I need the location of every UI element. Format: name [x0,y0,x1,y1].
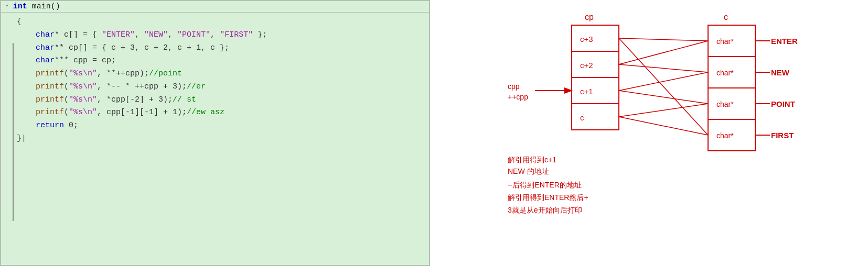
svg-text:c+3: c+3 [580,35,593,43]
code-line-brace-close: }| [17,132,424,146]
svg-line-33 [619,117,708,135]
svg-text:3就是从e开始向后打印: 3就是从e开始向后打印 [508,206,582,214]
code-line-2: char** cp[] = { c + 3, c + 2, c + 1, c }… [17,42,424,55]
code-line-6: printf("%s\n", *cpp[-2] + 3);// st [17,94,424,107]
svg-rect-6 [572,104,619,130]
diagram-panel: cp c+3 c+2 c+1 c c char* char* char* cha… [430,0,868,266]
svg-text:--后得到ENTER的地址: --后得到ENTER的地址 [508,181,582,189]
code-line-5: printf("%s\n", *-- * ++cpp + 3);//er [17,81,424,94]
svg-text:c: c [580,113,584,122]
svg-text:NEW: NEW [771,68,790,77]
c-label: c [724,13,728,21]
svg-text:c+2: c+2 [580,61,593,70]
svg-text:char*: char* [716,37,734,46]
svg-rect-2 [572,51,619,77]
svg-text:char*: char* [716,69,734,77]
code-line-4: printf("%s\n", **++cpp);//point [17,68,424,81]
svg-line-31 [619,91,708,104]
svg-text:char*: char* [716,100,734,108]
code-line-1: char* c[] = { "ENTER", "NEW", "POINT", "… [17,29,424,42]
svg-text:POINT: POINT [771,99,795,108]
svg-text:解引用得到ENTER然后+: 解引用得到ENTER然后+ [508,193,588,202]
diagram-svg: cp c+3 c+2 c+1 c c char* char* char* cha… [430,0,868,266]
svg-text:cpp: cpp [508,82,520,91]
function-signature: main() [27,2,60,11]
svg-rect-4 [572,77,619,104]
keyword-int: int [13,2,27,11]
code-header: ⁃ int main() [1,1,429,13]
svg-rect-0 [572,25,619,51]
code-body: { char* c[] = { "ENTER", "NEW", "POINT",… [1,13,429,149]
code-panel: ⁃ int main() { char* c[] = { "ENTER", "N… [0,0,430,266]
code-line-brace-open: { [17,16,424,29]
cp-label: cp [585,13,594,21]
svg-text:++cpp: ++cpp [508,93,528,101]
code-line-7: printf("%s\n", cpp[-1][-1] + 1);//ew asz [17,106,424,119]
svg-text:NEW 的地址: NEW 的地址 [508,167,549,175]
svg-text:char*: char* [716,131,734,140]
svg-line-27 [619,38,708,41]
svg-line-32 [619,72,708,91]
svg-line-29 [619,64,708,72]
svg-text:ENTER: ENTER [771,37,798,46]
svg-line-34 [619,104,708,117]
svg-text:解引用得到c+1: 解引用得到c+1 [508,156,556,164]
code-line-3: char*** cpp = cp; [17,54,424,68]
svg-text:FIRST: FIRST [771,131,794,140]
svg-text:c+1: c+1 [580,87,593,96]
code-line-8: return 0; [17,119,424,132]
